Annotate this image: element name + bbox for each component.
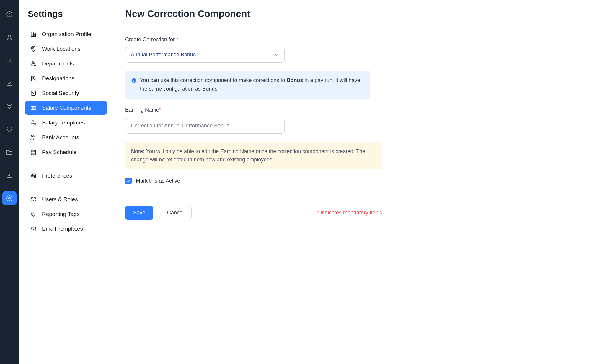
svg-rect-15: [31, 106, 36, 109]
cancel-button[interactable]: Cancel: [159, 206, 192, 220]
nav-rail-reports[interactable]: [2, 168, 17, 182]
svg-point-5: [9, 197, 10, 199]
correction-for-select-wrap: [125, 47, 285, 63]
svg-point-13: [33, 77, 34, 78]
sidebar-item-organization-profile[interactable]: Organization Profile: [25, 27, 107, 41]
shield-icon: [30, 90, 37, 96]
nav-rail-payroll[interactable]: [2, 99, 17, 113]
svg-rect-3: [7, 81, 12, 86]
sidebar-item-label: Designations: [42, 75, 74, 82]
svg-point-23: [33, 153, 34, 153]
mandatory-note: * indicates mandatory fields: [317, 210, 382, 216]
main-content: New Correction Component Create Correcti…: [113, 0, 597, 364]
nav-rail-people[interactable]: [2, 30, 17, 44]
sidebar-item-label: Social Security: [42, 90, 79, 96]
calendar-icon: [30, 149, 37, 155]
svg-point-17: [32, 120, 34, 122]
info-text: You can use this correction component to…: [140, 76, 364, 93]
nav-rail-folder[interactable]: [2, 145, 17, 159]
main-header: New Correction Component: [113, 0, 597, 26]
sidebar-item-label: Work Locations: [42, 46, 81, 52]
tag-icon: [30, 211, 37, 217]
settings-sidebar: Settings Organization Profile Work Locat…: [19, 0, 113, 364]
sidebar-item-email-templates[interactable]: Email Templates: [25, 222, 107, 236]
svg-point-19: [32, 135, 33, 137]
svg-point-9: [33, 61, 34, 63]
active-checkbox[interactable]: [125, 178, 132, 184]
nav-rail: [0, 0, 19, 364]
sidebar-item-label: Departments: [42, 60, 74, 67]
sidebar-item-label: Preferences: [42, 173, 72, 179]
sidebar-item-work-locations[interactable]: Work Locations: [25, 42, 107, 56]
sidebar-items: Organization Profile Work Locations Depa…: [25, 27, 107, 236]
earning-name-input[interactable]: [125, 118, 285, 134]
note-box: Note: You will only be able to edit the …: [125, 142, 382, 170]
info-box: i You can use this correction component …: [125, 71, 370, 99]
sidebar-item-pay-schedule[interactable]: Pay Schedule: [25, 145, 107, 159]
correction-for-select[interactable]: [125, 47, 285, 63]
earning-name-group: Earning Name*: [125, 107, 585, 134]
sidebar-item-users-roles[interactable]: Users & Roles: [25, 192, 107, 206]
svg-point-31: [32, 213, 33, 214]
page-title: New Correction Component: [125, 8, 585, 19]
save-button[interactable]: Save: [125, 206, 153, 220]
toggle-icon: [30, 173, 37, 179]
svg-point-10: [31, 65, 32, 66]
email-icon: [30, 226, 37, 232]
svg-point-22: [32, 153, 33, 153]
sidebar-item-label: Reporting Tags: [42, 211, 79, 217]
sidebar-item-salary-templates[interactable]: Salary Templates: [25, 116, 107, 130]
sidebar-item-bank-accounts[interactable]: Bank Accounts: [25, 130, 107, 145]
svg-rect-21: [31, 150, 36, 155]
sidebar-item-social-security[interactable]: Social Security: [25, 86, 107, 100]
sidebar-item-designations[interactable]: Designations: [25, 71, 107, 86]
sidebar-item-salary-components[interactable]: Salary Components: [25, 101, 107, 115]
nav-rail-heart[interactable]: [2, 122, 17, 136]
hierarchy-icon: [30, 60, 37, 67]
svg-point-0: [7, 12, 12, 17]
building-icon: [30, 31, 37, 37]
svg-point-24: [34, 153, 35, 153]
bank-icon: [30, 134, 37, 141]
correction-for-group: Create Correction for *: [125, 37, 585, 63]
sidebar-item-label: Organization Profile: [42, 31, 91, 37]
svg-text:i: i: [133, 79, 134, 82]
info-icon: i: [131, 77, 136, 83]
svg-point-16: [33, 107, 34, 109]
svg-point-11: [34, 65, 36, 66]
svg-point-28: [34, 177, 35, 178]
nav-rail-settings[interactable]: [2, 191, 17, 205]
sidebar-item-preferences[interactable]: Preferences: [25, 169, 107, 183]
svg-point-26: [32, 174, 33, 176]
earning-name-label: Earning Name*: [125, 107, 161, 114]
active-checkbox-row: Mark this as Active: [125, 178, 585, 184]
svg-point-1: [8, 35, 11, 37]
correction-for-label: Create Correction for *: [125, 37, 178, 43]
template-icon: [30, 119, 37, 126]
badge-icon: [30, 75, 37, 82]
sidebar-item-label: Salary Templates: [42, 119, 85, 126]
divider: [125, 196, 382, 196]
svg-point-29: [32, 197, 33, 199]
footer-row: Save Cancel * indicates mandatory fields: [125, 206, 382, 220]
svg-rect-7: [33, 33, 35, 36]
svg-point-8: [33, 47, 34, 49]
location-icon: [30, 46, 37, 52]
main-body: Create Correction for * i You can use th…: [113, 26, 597, 231]
sidebar-item-departments[interactable]: Departments: [25, 57, 107, 71]
nav-rail-calendar[interactable]: [2, 53, 17, 67]
sidebar-item-reporting-tags[interactable]: Reporting Tags: [25, 207, 107, 221]
sidebar-item-label: Email Templates: [42, 226, 83, 232]
users-icon: [30, 196, 37, 203]
sidebar-item-label: Bank Accounts: [42, 134, 79, 141]
nav-rail-dashboard[interactable]: [2, 7, 17, 21]
active-checkbox-label: Mark this as Active: [136, 178, 180, 184]
svg-rect-32: [31, 227, 36, 231]
svg-rect-2: [7, 58, 12, 63]
svg-point-30: [34, 197, 36, 199]
svg-point-20: [34, 135, 35, 137]
sidebar-item-label: Salary Components: [42, 105, 91, 111]
sidebar-title: Settings: [25, 9, 107, 19]
sidebar-item-label: Users & Roles: [42, 196, 78, 203]
nav-rail-check[interactable]: [2, 76, 17, 90]
